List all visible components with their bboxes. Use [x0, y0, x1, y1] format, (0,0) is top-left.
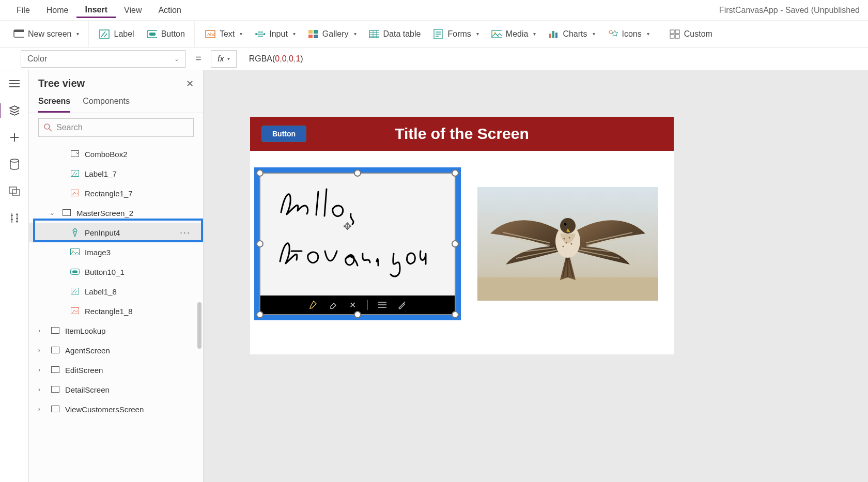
svg-rect-26 [9, 187, 17, 193]
clear-icon[interactable]: ✕ [348, 300, 358, 310]
tree-view-icon[interactable] [8, 104, 21, 117]
line-width-icon[interactable] [377, 300, 388, 310]
tree-item-image3[interactable]: Image3 [29, 242, 203, 262]
text-dropdown[interactable]: Abc Text ▾ [201, 26, 246, 42]
pen-canvas[interactable]: ✥ [260, 174, 455, 296]
property-selector[interactable]: Color ⌄ [21, 50, 186, 68]
resize-handle[interactable] [256, 240, 264, 247]
tree-item-label: ItemLookup [65, 326, 105, 335]
resize-handle[interactable] [452, 240, 459, 247]
canvas[interactable]: Button Title of the Screen [204, 70, 868, 482]
svg-point-25 [10, 159, 19, 162]
formula-input[interactable]: RGBA(0, 0, 0, 1) [243, 50, 862, 68]
datatable-button[interactable]: Data table [365, 26, 425, 42]
gallery-dropdown[interactable]: Gallery ▾ [304, 26, 361, 42]
custom-button[interactable]: Custom [665, 26, 717, 42]
chevron-right-icon[interactable]: › [38, 406, 45, 413]
media-dropdown[interactable]: Media ▾ [487, 26, 540, 42]
resize-handle[interactable] [452, 169, 459, 177]
color-picker-icon[interactable] [397, 300, 407, 310]
svg-rect-17 [549, 34, 551, 38]
eraser-icon[interactable] [328, 300, 338, 310]
svg-point-51 [569, 237, 570, 239]
menu-file[interactable]: File [8, 3, 38, 18]
tree-item-peninput4[interactable]: PenInput4··· [29, 223, 203, 242]
ribbon: New screen ▾ Label Button Abc Text ▾ [0, 21, 868, 48]
svg-rect-23 [670, 35, 674, 38]
tree-item-rectangle1_7[interactable]: Rectangle1_7 [29, 183, 203, 203]
chevron-right-icon[interactable]: › [38, 386, 45, 393]
tree-item-label: PenInput4 [85, 228, 120, 237]
menu-home[interactable]: Home [38, 3, 77, 18]
forms-label: Forms [447, 29, 471, 39]
tree-item-masterscreen_2[interactable]: ⌄MasterScreen_2 [29, 203, 203, 223]
tree-item-agentscreen[interactable]: ›AgentScreen [29, 340, 203, 360]
input-icon [255, 29, 265, 39]
chevron-right-icon[interactable]: › [38, 366, 45, 374]
menu-view[interactable]: View [116, 3, 150, 18]
media-panel-icon[interactable] [8, 185, 21, 197]
chevron-down-icon[interactable]: ⌄ [50, 209, 57, 216]
input-dropdown[interactable]: Input ▾ [251, 26, 300, 42]
close-icon[interactable]: ✕ [186, 78, 194, 89]
forms-dropdown[interactable]: Forms ▾ [429, 26, 483, 42]
resize-handle[interactable] [354, 311, 361, 318]
app-title: FirstCanvasApp - Saved (Unpublished [719, 6, 860, 15]
peninput-control[interactable]: ✥ ✕ [254, 167, 461, 320]
menu-action[interactable]: Action [150, 3, 189, 18]
tree-item-label1_8[interactable]: Label1_8 [29, 282, 203, 301]
tree-item-label: Label1_8 [85, 287, 117, 296]
label-icon [70, 287, 80, 296]
tree-item-editscreen[interactable]: ›EditScreen [29, 360, 203, 380]
tree-item-itemlookup[interactable]: ›ItemLookup [29, 321, 203, 340]
tab-screens[interactable]: Screens [38, 94, 70, 113]
chevron-right-icon[interactable]: › [38, 347, 45, 354]
chevron-down-icon: ⌄ [174, 55, 179, 63]
image-control[interactable] [477, 187, 658, 301]
hamburger-icon[interactable] [8, 77, 21, 90]
resize-handle[interactable] [452, 311, 459, 318]
screen-button-control[interactable]: Button [261, 126, 306, 142]
tree-item-label1_7[interactable]: Label1_7 [29, 164, 203, 183]
resize-handle[interactable] [256, 169, 264, 177]
svg-rect-24 [675, 35, 679, 38]
custom-label: Custom [684, 29, 712, 39]
chevron-down-icon: ▾ [647, 31, 649, 37]
fx-button[interactable]: fx▾ [211, 50, 237, 68]
more-icon[interactable]: ··· [180, 227, 198, 238]
resize-handle[interactable] [256, 311, 264, 318]
media-label: Media [506, 29, 529, 39]
top-menu-bar: File Home Insert View Action FirstCanvas… [0, 0, 868, 21]
media-icon [491, 29, 502, 39]
svg-rect-41 [52, 347, 59, 353]
tree-item-label: ViewCustomersScreen [65, 405, 144, 414]
database-icon[interactable] [8, 158, 21, 170]
advanced-tools-icon[interactable] [8, 212, 21, 224]
svg-point-33 [74, 231, 76, 232]
screen-icon [51, 405, 60, 414]
tree-item-rectangle1_8[interactable]: Rectangle1_8 [29, 301, 203, 321]
tree-item-detailscreen[interactable]: ›DetailScreen [29, 380, 203, 399]
tree-item-viewcustomersscreen[interactable]: ›ViewCustomersScreen [29, 399, 203, 419]
icons-dropdown[interactable]: Icons ▾ [603, 26, 654, 42]
charts-dropdown[interactable]: Charts ▾ [544, 26, 599, 42]
svg-point-49 [564, 223, 567, 226]
tab-components[interactable]: Components [83, 94, 130, 113]
resize-handle[interactable] [354, 169, 361, 177]
svg-rect-12 [314, 35, 318, 38]
tree-item-button10_1[interactable]: Button10_1 [29, 262, 203, 282]
screen-icon [51, 326, 60, 335]
tree-item-label: MasterScreen_2 [76, 209, 133, 217]
label-button[interactable]: Label [95, 26, 138, 42]
new-screen-button[interactable]: New screen ▾ [9, 26, 83, 42]
pen-draw-icon[interactable] [308, 300, 319, 310]
search-input[interactable]: Search [38, 118, 194, 137]
tree-item-combobox2[interactable]: ComboBox2 [29, 144, 203, 164]
svg-point-52 [566, 242, 567, 244]
menu-insert[interactable]: Insert [76, 2, 116, 18]
add-icon[interactable] [8, 131, 21, 144]
button-button[interactable]: Button [143, 26, 189, 42]
svg-rect-46 [477, 277, 658, 301]
chevron-right-icon[interactable]: › [38, 327, 45, 334]
svg-rect-4 [149, 33, 156, 36]
